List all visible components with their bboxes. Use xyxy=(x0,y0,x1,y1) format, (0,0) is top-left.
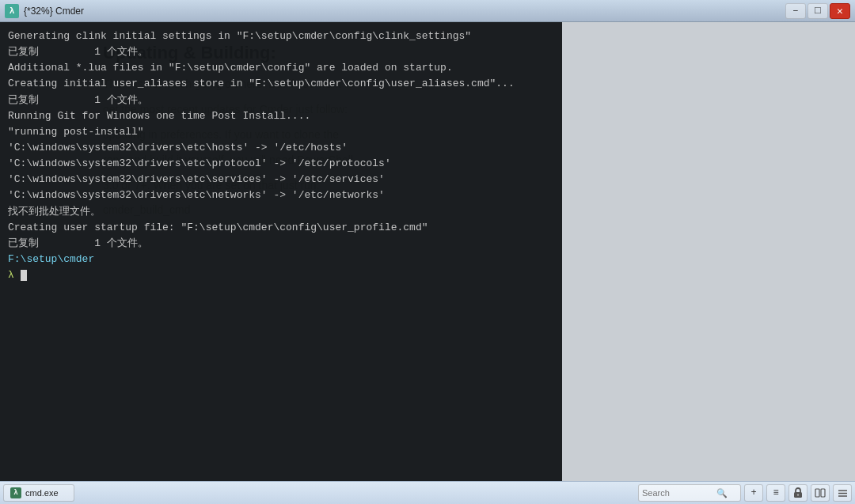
terminal-line: F:\setup\cmder xyxy=(8,252,554,267)
taskbar-app-icon: λ xyxy=(10,487,21,498)
terminal-line: "running post-install" xyxy=(8,124,554,140)
terminal-line: Running Git for Windows one time Post In… xyxy=(8,108,554,124)
terminal-line: Creating initial user_aliases store in "… xyxy=(8,76,554,92)
maximize-button[interactable]: □ xyxy=(808,3,828,19)
taskbar: λ cmd.exe 🔍 + ≡ xyxy=(0,481,855,504)
menu-button[interactable] xyxy=(833,484,852,502)
search-icon: 🔍 xyxy=(716,488,728,498)
search-box[interactable]: 🔍 xyxy=(638,484,741,502)
taskbar-app-label: cmd.exe xyxy=(25,488,59,498)
terminal-line: 'C:\windows\system32\drivers\etc\network… xyxy=(8,188,554,203)
settings-button[interactable]: ≡ xyxy=(766,484,785,502)
lock-button[interactable] xyxy=(788,484,808,502)
terminal-line: 已复制 1 个文件。 xyxy=(8,93,554,108)
terminal-pane[interactable]: Generating clink initial settings in "F:… xyxy=(0,22,562,481)
terminal-line: 找不到批处理文件。 xyxy=(8,204,554,220)
title-bar-left: λ {*32%} Cmder xyxy=(5,4,84,18)
minimize-button[interactable]: – xyxy=(785,3,806,19)
terminal-line: 'C:\windows\system32\drivers\etc\protoco… xyxy=(8,156,554,172)
terminal-wrapper: Updating & Building: There is not much g… xyxy=(0,22,855,481)
terminal-line: Additional *.lua files in "F:\setup\cmde… xyxy=(8,60,554,76)
terminal-line: 'C:\windows\system32\drivers\etc\hosts' … xyxy=(8,140,554,156)
cursor xyxy=(21,270,27,281)
app-icon: λ xyxy=(5,4,19,18)
svg-rect-3 xyxy=(821,489,825,497)
close-button[interactable]: ✕ xyxy=(830,3,850,19)
terminal-line: 'C:\windows\system32\drivers\etc\service… xyxy=(8,172,554,188)
terminal-line: Creating user startup file: "F:\setup\cm… xyxy=(8,220,554,236)
search-input[interactable] xyxy=(642,488,713,498)
taskbar-app-item[interactable]: λ cmd.exe xyxy=(3,484,74,502)
svg-point-1 xyxy=(797,494,799,495)
window-controls: – □ ✕ xyxy=(785,3,850,19)
split-button[interactable] xyxy=(811,484,830,502)
terminal-line: Generating clink initial settings in "F:… xyxy=(8,28,554,44)
svg-rect-2 xyxy=(815,489,819,497)
add-tab-button[interactable]: + xyxy=(744,484,763,502)
terminal-line: λ xyxy=(8,267,554,283)
window-title: {*32%} Cmder xyxy=(24,6,84,17)
title-bar: λ {*32%} Cmder – □ ✕ xyxy=(0,0,855,22)
terminal-line: 已复制 1 个文件。 xyxy=(8,44,554,60)
terminal-line: 已复制 1 个文件。 xyxy=(8,236,554,252)
